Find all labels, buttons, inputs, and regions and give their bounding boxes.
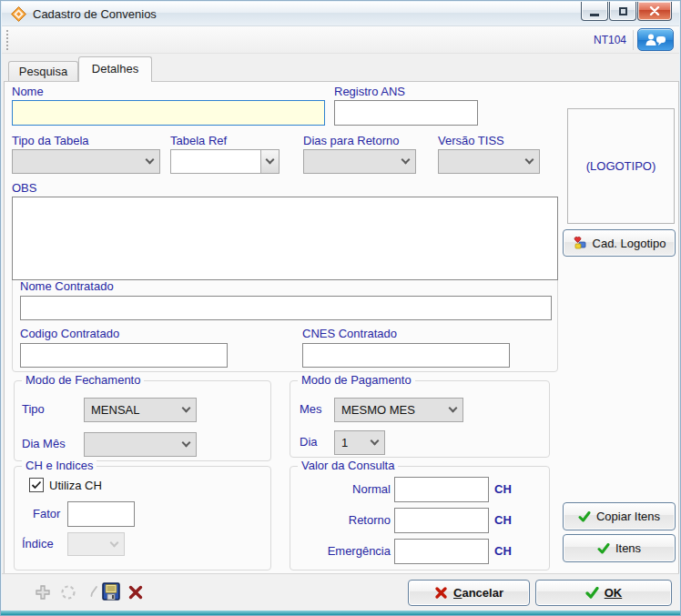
tipo-select[interactable]: MENSAL xyxy=(84,398,197,422)
normal-label: Normal xyxy=(290,482,391,496)
users-button[interactable] xyxy=(637,28,674,51)
itens-button[interactable]: Itens xyxy=(563,534,676,562)
tipo-value: MENSAL xyxy=(91,403,139,417)
chevron-down-icon xyxy=(525,156,534,165)
cnes-contratado-input[interactable] xyxy=(302,343,510,368)
tipo-da-tabela-label: Tipo da Tabela xyxy=(12,134,89,147)
valor-consulta-title: Valor da Consulta xyxy=(298,459,398,472)
check-icon xyxy=(585,587,599,599)
chevron-down-icon xyxy=(449,404,458,413)
fator-input[interactable] xyxy=(67,501,135,527)
mes-label: Mes xyxy=(300,402,322,416)
ch-indices-group: CH e Indices Utiliza CH Fator Índice xyxy=(14,466,271,571)
tipo-da-tabela-select[interactable] xyxy=(12,149,160,174)
ch-unit-label: CH xyxy=(494,544,512,558)
maximize-button[interactable] xyxy=(609,2,636,21)
registro-ans-label: Registro ANS xyxy=(334,85,405,98)
dias-para-retorno-label: Dias para Retorno xyxy=(303,134,400,147)
logotipo-icon xyxy=(573,237,587,249)
dia-mes-label: Dia Mês xyxy=(22,437,66,450)
copiar-itens-button[interactable]: Copiar Itens xyxy=(563,502,676,530)
codigo-contratado-input[interactable] xyxy=(20,343,228,368)
code-badge: NT104 xyxy=(594,26,626,54)
itens-label: Itens xyxy=(615,541,641,555)
nome-contratado-label: Nome Contratado xyxy=(20,279,114,293)
close-button[interactable] xyxy=(637,2,672,21)
check-icon xyxy=(597,543,610,554)
logotipo-placeholder-text: (LOGOTIPO) xyxy=(586,159,656,173)
logotipo-placeholder: (LOGOTIPO) xyxy=(567,108,675,224)
save-icon xyxy=(101,581,121,601)
save-button[interactable] xyxy=(101,581,121,601)
mes-value: MESMO MES xyxy=(341,403,415,417)
nome-label: Nome xyxy=(12,85,44,98)
dias-para-retorno-select[interactable] xyxy=(303,149,416,174)
maximize-icon xyxy=(619,7,627,15)
modo-pagamento-title: Modo de Pagamento xyxy=(298,373,415,387)
nome-contratado-input[interactable] xyxy=(20,296,552,320)
edit-icon xyxy=(89,585,98,599)
copiar-itens-label: Copiar Itens xyxy=(596,510,660,523)
dia-label: Dia xyxy=(300,435,318,449)
window: Cadastro de Convenios NT104 xyxy=(0,0,681,616)
window-title: Cadastro de Convenios xyxy=(33,2,157,26)
nome-input[interactable] xyxy=(12,100,325,126)
chevron-down-icon xyxy=(110,538,119,547)
chevron-down-icon xyxy=(266,156,275,165)
checkbox-box xyxy=(29,478,44,492)
chevron-down-icon xyxy=(371,437,380,446)
toolbar-separator xyxy=(633,30,634,50)
guia-tiss-group: Guia Tiss Nome Contratado Codigo Contrat… xyxy=(12,271,558,372)
cancel-x-icon xyxy=(434,586,448,600)
dia-mes-select[interactable] xyxy=(84,432,197,457)
tabela-ref-select[interactable] xyxy=(170,149,280,174)
ok-button[interactable]: OK xyxy=(535,580,672,606)
ch-indices-title: CH e Indices xyxy=(22,459,97,472)
mes-select[interactable]: MESMO MES xyxy=(334,398,463,422)
tab-pesquisa[interactable]: Pesquisa xyxy=(8,61,78,81)
utiliza-ch-label: Utiliza CH xyxy=(49,479,102,492)
tipo-label: Tipo xyxy=(22,402,45,416)
retorno-label: Retorno xyxy=(290,513,391,527)
tabela-ref-dropdown-button[interactable] xyxy=(260,150,279,173)
retorno-input[interactable] xyxy=(394,508,489,533)
obs-textarea[interactable] xyxy=(12,197,558,280)
registro-ans-input[interactable] xyxy=(334,100,478,126)
chevron-down-icon xyxy=(401,156,411,165)
cad-logotipo-label: Cad. Logotipo xyxy=(593,237,666,250)
versao-tiss-select[interactable] xyxy=(438,149,540,174)
minimize-button[interactable] xyxy=(581,2,608,21)
emergencia-input[interactable] xyxy=(394,539,489,564)
toolbar: NT104 xyxy=(2,26,679,54)
close-icon xyxy=(649,6,660,15)
cnes-contratado-label: CNES Contratado xyxy=(302,327,397,340)
window-bottom-edge xyxy=(1,611,680,615)
ok-label: OK xyxy=(605,586,623,600)
ch-unit-label: CH xyxy=(494,482,512,496)
dia-select[interactable]: 1 xyxy=(334,430,385,455)
codigo-contratado-label: Codigo Contratado xyxy=(20,327,119,340)
ch-unit-label: CH xyxy=(494,513,512,527)
cancelar-button[interactable]: Cancelar xyxy=(408,580,530,606)
versao-tiss-label: Versão TISS xyxy=(438,134,504,147)
indice-label: Índice xyxy=(22,537,54,550)
normal-input[interactable] xyxy=(394,477,489,502)
refresh-icon xyxy=(60,584,76,601)
check-icon xyxy=(578,511,591,522)
delete-button[interactable] xyxy=(127,584,144,601)
emergencia-label: Emergência xyxy=(290,544,391,558)
cad-logotipo-button[interactable]: Cad. Logotipo xyxy=(563,229,676,257)
tab-detalhes[interactable]: Detalhes xyxy=(78,56,152,82)
fator-label: Fator xyxy=(33,507,60,520)
titlebar: Cadastro de Convenios xyxy=(2,2,679,26)
window-controls xyxy=(581,2,672,21)
modo-pagamento-group: Modo de Pagamento Mes MESMO MES Dia 1 xyxy=(290,380,550,458)
indice-select xyxy=(67,532,125,556)
utiliza-ch-checkbox[interactable]: Utiliza CH xyxy=(29,478,102,492)
users-chat-icon xyxy=(645,33,666,47)
footer-toolbar: Cancelar OK xyxy=(2,573,679,611)
modo-fechamento-group: Modo de Fechamento Tipo MENSAL Dia Mês xyxy=(14,380,271,461)
valor-consulta-group: Valor da Consulta Normal CH Retorno CH E… xyxy=(290,466,550,571)
toolbar-grip-icon xyxy=(6,30,8,50)
add-icon xyxy=(35,584,51,601)
